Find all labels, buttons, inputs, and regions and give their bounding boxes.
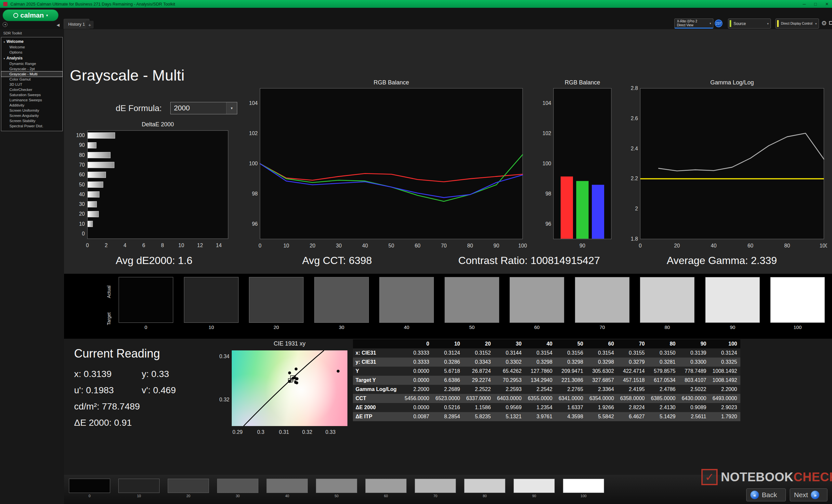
svg-text:98: 98	[545, 191, 551, 196]
sidebar: SDR Toolkit ▾WelcomeWelcomeOptions▾Analy…	[0, 29, 64, 504]
tree-item-spectral-power-dist[interactable]: Spectral Power Dist.	[1, 123, 62, 129]
svg-text:0.29: 0.29	[232, 429, 242, 435]
table-cell: 2.4195	[617, 385, 648, 394]
footer-swatch-0: 0	[69, 479, 110, 498]
column-header-100: 100	[709, 339, 740, 348]
table-cell: 0.3298	[556, 358, 587, 367]
svg-text:8: 8	[161, 243, 164, 248]
tree-section-welcome[interactable]: ▾Welcome	[1, 38, 62, 45]
column-header-0: 0	[402, 339, 433, 348]
tree-item-welcome[interactable]: Welcome	[1, 45, 62, 50]
display-control-selector[interactable]: Direct Display Control ▾	[776, 19, 819, 29]
footer-swatch-30: 30	[217, 479, 258, 498]
tree-item-screen-angularity[interactable]: Screen Angularity	[1, 113, 62, 118]
current-reading-de: ΔE 2000: 0.91	[74, 418, 217, 428]
table-cell: 0.3325	[709, 358, 740, 367]
avg-cct-summary: Avg CCT: 6398	[272, 255, 402, 267]
column-header-60: 60	[586, 339, 617, 348]
svg-text:30: 30	[79, 201, 85, 207]
de-formula-dropdown[interactable]: 2000 ▾	[170, 102, 237, 114]
svg-text:RGB Balance: RGB Balance	[373, 79, 409, 86]
svg-text:20: 20	[310, 243, 316, 248]
tree-item-screen-stability[interactable]: Screen Stability	[1, 118, 62, 123]
table-cell: 6337.0000	[463, 394, 494, 403]
tree-item-additivity[interactable]: Additivity	[1, 103, 62, 108]
tree-item-screen-uniformity[interactable]: Screen Uniformity	[1, 108, 62, 113]
svg-text:10: 10	[178, 243, 184, 248]
calman-menu-button[interactable]: calman ▾	[3, 9, 58, 21]
table-cell: 2.2593	[494, 385, 525, 394]
table-cell: 305.6302	[586, 367, 617, 376]
chevron-down-icon: ▾	[709, 22, 711, 25]
tree-expander-icon[interactable]: ▾	[4, 57, 5, 60]
table-cell: 0.0000	[402, 403, 433, 412]
source-selector[interactable]: Source ▾	[728, 19, 771, 29]
table-cell: 0.3343	[463, 358, 494, 367]
tree-item-colorchecker[interactable]: ColorChecker	[1, 87, 62, 92]
svg-text:0.32: 0.32	[302, 429, 312, 435]
tree-item-saturation-sweeps[interactable]: Saturation Sweeps	[1, 92, 62, 97]
gray-swatch-50: 50	[445, 277, 499, 330]
back-button[interactable]: « Back	[746, 488, 786, 501]
svg-text:80: 80	[467, 243, 473, 248]
tree-item-color-gamut[interactable]: Color Gamut	[1, 77, 62, 82]
table-cell: 0.3300	[679, 358, 709, 367]
current-reading-title: Current Reading	[74, 347, 217, 361]
svg-text:90: 90	[79, 142, 85, 148]
chevron-down-icon: ▾	[226, 102, 237, 114]
tree-item-luminance-sweeps[interactable]: Luminance Sweeps	[1, 97, 62, 103]
row-label: Y	[353, 367, 402, 376]
maximize-button[interactable]: □	[814, 2, 817, 6]
svg-text:12: 12	[197, 243, 203, 248]
tree-expander-icon[interactable]: ▾	[4, 40, 5, 44]
svg-text:6: 6	[142, 243, 145, 248]
column-header-30: 30	[494, 339, 525, 348]
tree-item-dynamic-range[interactable]: Dynamic Range	[1, 61, 62, 66]
table-cell: 2.2522	[463, 385, 494, 394]
de-value: 0.91	[114, 418, 132, 428]
table-cell: 1.2354	[525, 403, 556, 412]
svg-text:100: 100	[249, 161, 258, 166]
footer-swatch-label: 40	[266, 494, 308, 498]
gray-swatch-40: 40	[379, 277, 434, 330]
gear-icon[interactable]: ⚙	[821, 20, 827, 27]
de-formula-value: 2000	[174, 104, 190, 112]
tree-item-grayscale-2pt[interactable]: Grayscale - 2pt	[1, 66, 62, 72]
minimize-button[interactable]: ─	[803, 2, 806, 6]
row-label: x: CIE31	[353, 348, 402, 358]
close-button[interactable]: ✕	[825, 2, 829, 6]
luminance-value: 778.7489	[102, 401, 140, 412]
column-header-10: 10	[433, 339, 464, 348]
table-cell: 5.1429	[648, 412, 679, 421]
tree-item-grayscale-multi[interactable]: Grayscale - Multi	[1, 72, 62, 77]
svg-text:20: 20	[79, 211, 85, 217]
monitor-icon[interactable]	[829, 21, 832, 25]
gray-swatch-label: 60	[510, 325, 564, 330]
gray-swatch-60: 60	[510, 277, 564, 330]
tree-section-analysis[interactable]: ▾Analysis	[1, 55, 62, 61]
svg-text:2.4: 2.4	[631, 146, 638, 151]
sidebar-collapse-icon[interactable]: ◀	[56, 23, 59, 27]
table-cell: 0.9089	[679, 403, 709, 412]
current-reading-xy: x: 0.3139 y: 0.33	[74, 369, 217, 379]
tree-item-options[interactable]: Options	[1, 50, 62, 55]
chevron-down-icon: ▾	[815, 22, 817, 25]
table-cell: 1.7920	[709, 412, 740, 421]
footer-swatch-label: 80	[464, 494, 505, 498]
footer-swatch-patch-0	[69, 479, 110, 493]
table-cell: 803.4107	[679, 376, 709, 385]
workflow-back-icon[interactable]: ◄	[3, 22, 7, 27]
table-cell: 2.4786	[648, 385, 679, 394]
next-button[interactable]: Next »	[790, 488, 828, 501]
table-cell: 26.8724	[463, 367, 494, 376]
table-cell: 457.1518	[617, 376, 648, 385]
meter-selector[interactable]: X-Rite i1Pro 2 Direct View ▾	[674, 19, 713, 29]
table-cell: 6354.0000	[586, 394, 617, 403]
column-header-label	[353, 339, 402, 348]
avg-gamma-summary: Average Gamma: 2.339	[637, 255, 806, 267]
table-cell: 2.2765	[556, 385, 587, 394]
gray-swatch-10: 10	[184, 277, 238, 330]
source-status-bar	[730, 20, 731, 27]
tree-item-3d-lut[interactable]: 3D LUT	[1, 82, 62, 87]
add-tab-button[interactable]: +	[86, 21, 94, 29]
